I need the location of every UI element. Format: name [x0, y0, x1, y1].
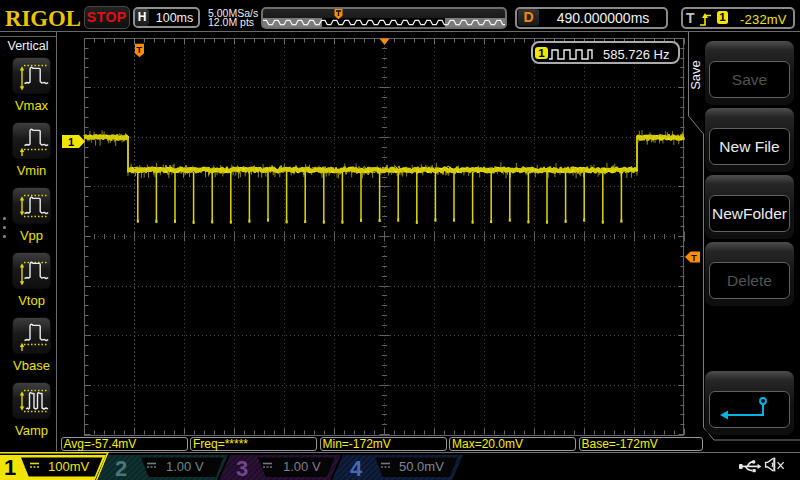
- svg-text:50.0mV: 50.0mV: [399, 459, 444, 474]
- svg-text:3: 3: [236, 456, 248, 480]
- svg-text:T: T: [691, 252, 697, 263]
- svg-text:1: 1: [4, 455, 16, 480]
- svg-text:2: 2: [115, 456, 127, 480]
- svg-text:4: 4: [350, 456, 363, 480]
- svg-text:100mV: 100mV: [48, 459, 90, 474]
- svg-text:1.00 V: 1.00 V: [283, 459, 321, 474]
- svg-text:T: T: [136, 44, 142, 55]
- svg-text:1: 1: [68, 136, 74, 148]
- svg-text:1.00 V: 1.00 V: [166, 459, 204, 474]
